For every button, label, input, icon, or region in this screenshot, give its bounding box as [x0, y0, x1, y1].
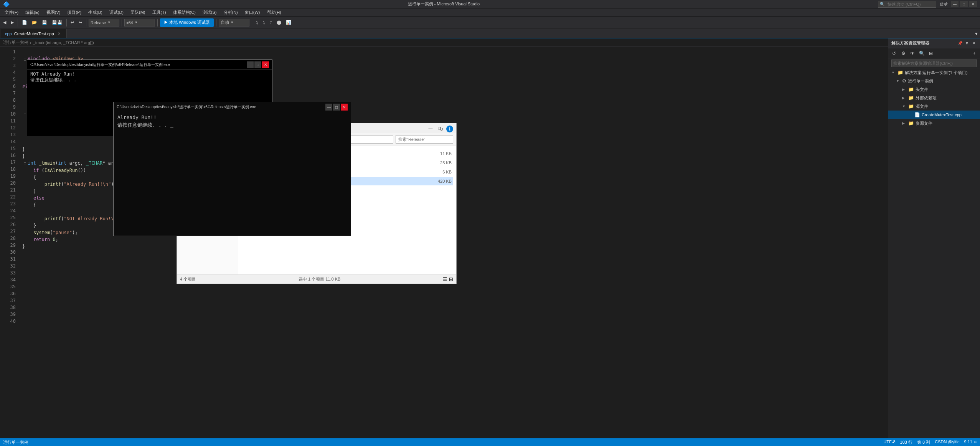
menu-arch[interactable]: 体系结构(C) [170, 8, 199, 17]
source-files-node[interactable]: ▼ 📁 源文件 [888, 102, 980, 111]
solution-explorer-panel: 解决方案资源管理器 📌 ▼ ✕ ↺ ⚙ 👁 🔍 ⊟ + ▼ 📁 解决方案'运行单 [888, 38, 980, 438]
solution-icon: 📁 [898, 70, 903, 75]
fe-refresh-button[interactable]: ↻ [438, 126, 445, 132]
solution-arrow: ▼ [891, 71, 896, 74]
project-node[interactable]: ▼ ⚙ 运行单一实例 [888, 77, 980, 85]
cmd-2-minimize[interactable]: — [325, 104, 332, 111]
resource-files-node[interactable]: ▶ 📁 资源文件 [888, 119, 980, 127]
startup-dropdown[interactable]: 自动 ▼ [219, 19, 249, 26]
build-config-dropdown[interactable]: Release ▼ [89, 19, 119, 26]
platform-label: x64 [126, 20, 133, 25]
se-sync-btn[interactable]: ↺ [890, 49, 898, 58]
maximize-button[interactable]: □ [960, 1, 968, 7]
file-size-1: 11 KB [429, 151, 452, 156]
menu-test[interactable]: 测试(S) [200, 8, 220, 17]
platform-dropdown[interactable]: x64 ▼ [124, 19, 155, 26]
tab-list-button[interactable]: ▼ [973, 30, 980, 38]
cmd-2-maximize[interactable]: □ [333, 104, 340, 111]
src-folder-icon: 📁 [908, 104, 914, 109]
menu-window[interactable]: 窗口(W) [242, 8, 263, 17]
solution-label: 解决方案'运行单一实例'(1 个项目) [905, 70, 968, 76]
solution-root[interactable]: ▼ 📁 解决方案'运行单一实例'(1 个项目) [888, 68, 980, 77]
cmd-1-close[interactable]: ✕ [262, 61, 269, 68]
menu-debug[interactable]: 调试(D) [106, 8, 127, 17]
se-properties-btn[interactable]: ⚙ [899, 49, 907, 58]
fe-minimize[interactable]: — [426, 124, 435, 132]
panel-close-button[interactable]: ✕ [971, 40, 977, 46]
toolbar-breakpoint[interactable]: ⬤ [275, 18, 283, 27]
toolbar-save-all[interactable]: 💾💾 [50, 18, 64, 27]
external-deps-node[interactable]: ▶ 📁 外部依赖项 [888, 94, 980, 102]
cmd-2-close[interactable]: ✕ [341, 104, 348, 111]
separator-4 [122, 19, 122, 26]
toolbar-step-into[interactable]: ⤵ [261, 18, 267, 27]
menu-team[interactable]: 团队(M) [127, 8, 148, 17]
menu-view[interactable]: 视图(V) [43, 8, 64, 17]
cmd-2-title: C:\Users\rkvin\Desktop\test\danyishi\运行单… [117, 104, 256, 110]
user-sign-in[interactable]: 登录 [939, 1, 948, 7]
menu-analyze[interactable]: 分析(N) [221, 8, 241, 17]
toolbar-open[interactable]: 📂 [30, 18, 39, 27]
cpp-file-node[interactable]: 📄 CreateMutexTest.cpp [888, 111, 980, 119]
dropdown-arrow: ▼ [107, 21, 111, 24]
toolbar-new[interactable]: 📄 [20, 18, 29, 27]
header-files-node[interactable]: ▶ 📁 头文件 [888, 85, 980, 94]
menu-build[interactable]: 生成(B) [85, 8, 106, 17]
minimize-button[interactable]: — [951, 1, 959, 7]
toolbar-save[interactable]: 💾 [40, 18, 49, 27]
se-collapse-btn[interactable]: ⊟ [927, 49, 935, 58]
tab-active[interactable]: cpp CreateMutexTest.cpp ✕ [0, 29, 67, 38]
startup-label: 自动 [221, 20, 229, 25]
window-controls: — □ ✕ [951, 1, 977, 7]
cmd-2-content: Already Run!! 请按任意键继续. . . _ [114, 112, 351, 236]
menu-help[interactable]: 帮助(H) [264, 8, 284, 17]
status-line: 103 行 [900, 439, 912, 445]
se-show-all-btn[interactable]: 👁 [908, 49, 917, 58]
separator-2 [66, 19, 67, 26]
se-search-input[interactable] [891, 59, 977, 67]
tab-label: CreateMutexTest.cpp [14, 31, 54, 36]
se-new-solution-explorer-btn[interactable]: + [970, 49, 978, 58]
breadcrumb: 运行单一实例 › _tmain(int argc, _TCHAR * arg[]… [0, 38, 888, 47]
panel-arrow-button[interactable]: ▼ [964, 40, 970, 46]
toolbar-forward[interactable]: ▶ [9, 18, 15, 27]
solution-explorer-title: 解决方案资源管理器 [891, 40, 929, 46]
menu-edit[interactable]: 编辑(E) [22, 8, 43, 17]
tab-bar: cpp CreateMutexTest.cpp ✕ ▼ [0, 28, 980, 38]
se-filter-btn[interactable]: 🔍 [917, 49, 926, 58]
title-bar: 🔷 运行单一实例 - Microsoft Visual Studio 🔍 登录 … [0, 0, 980, 8]
close-button[interactable]: ✕ [969, 1, 977, 7]
menu-tools[interactable]: 工具(T) [149, 8, 169, 17]
sf-arrow: ▼ [902, 104, 907, 108]
toolbar-step-out[interactable]: ⤴ [268, 18, 274, 27]
editor-area: 运行单一实例 › _tmain(int argc, _TCHAR * arg[]… [0, 38, 888, 438]
folder-icon: 📁 [908, 87, 914, 92]
fe-list-view-btn[interactable]: ☰ [443, 276, 447, 282]
menu-project[interactable]: 项目(P) [64, 8, 84, 17]
solution-tree: ▼ 📁 解决方案'运行单一实例'(1 个项目) ▼ ⚙ 运行单一实例 ▶ 📁 头… [888, 68, 980, 438]
search-icon: 🔍 [878, 2, 886, 6]
cmd-1-maximize[interactable]: □ [254, 61, 261, 68]
menu-file[interactable]: 文件(F) [2, 8, 21, 17]
tab-close-button[interactable]: ✕ [56, 31, 62, 36]
rf-label: 资源文件 [916, 121, 932, 126]
vs-icon: 🔷 [3, 1, 10, 7]
startup-arrow: ▼ [231, 21, 234, 24]
start-debug-button[interactable]: ▶ 本地 Windows 调试器 [160, 18, 214, 27]
fe-search-input[interactable] [396, 135, 453, 144]
toolbar-performance[interactable]: 📊 [284, 18, 293, 27]
toolbar-step-over[interactable]: ⤵ [254, 18, 260, 27]
panel-pin-button[interactable]: 📌 [957, 40, 963, 46]
fe-grid-view-btn[interactable]: ⊞ [449, 276, 453, 282]
separator-7 [252, 19, 252, 26]
cmd-window-2[interactable]: C:\Users\rkvin\Desktop\test\danyishi\运行单… [113, 102, 351, 236]
toolbar-redo[interactable]: ↪ [77, 18, 84, 27]
quick-search-bar[interactable]: 🔍 [878, 1, 936, 8]
solution-explorer-header: 解决方案资源管理器 📌 ▼ ✕ [888, 38, 980, 48]
toolbar-undo[interactable]: ↩ [69, 18, 76, 27]
toolbar-back[interactable]: ◀ [2, 18, 8, 27]
cmd-1-minimize[interactable]: — [247, 61, 254, 68]
quick-search-input[interactable] [886, 1, 936, 7]
cmd-1-controls: — □ ✕ [247, 61, 269, 68]
project-icon: ⚙ [902, 78, 906, 84]
